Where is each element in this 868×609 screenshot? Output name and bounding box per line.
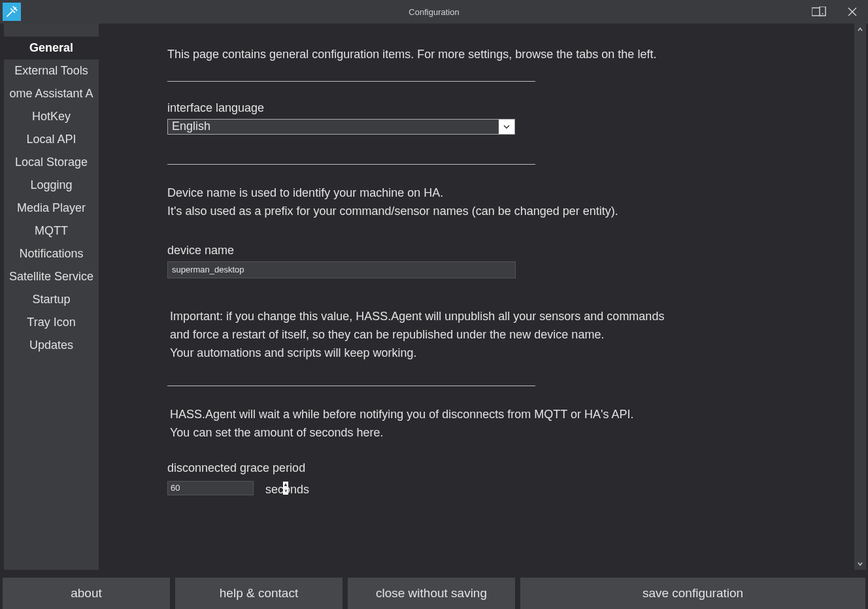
window-title: Configuration (0, 7, 868, 17)
sidebar-item-local-storage[interactable]: Local Storage (4, 151, 99, 174)
sidebar-item-updates[interactable]: Updates (4, 334, 99, 357)
sidebar-item-notifications[interactable]: Notifications (4, 242, 99, 265)
intro-text: This page contains general configuration… (167, 46, 848, 63)
device-name-label: device name (167, 244, 848, 257)
disconnect-description: HASS.Agent will wait a while before noti… (167, 406, 848, 442)
chevron-down-icon[interactable] (499, 120, 514, 134)
content-panel: This page contains general configuration… (99, 24, 868, 570)
grace-period-input[interactable]: ▲ ▼ (167, 481, 254, 495)
sidebar-item-satellite-service[interactable]: Satellite Service (4, 265, 99, 288)
sidebar-item-general[interactable]: General (4, 37, 99, 59)
save-configuration-button[interactable]: save configuration (520, 578, 865, 609)
sidebar-item-local-api[interactable]: Local API (4, 128, 99, 151)
sidebar-item-home-assistant-api[interactable]: ome Assistant A (4, 82, 99, 105)
grace-period-label: disconnected grace period (167, 461, 848, 475)
divider (167, 386, 535, 386)
important-note: Important: if you change this value, HAS… (167, 308, 848, 363)
svg-point-2 (822, 13, 824, 14)
device-name-input[interactable] (167, 261, 516, 278)
sidebar-item-hotkey[interactable]: HotKey (4, 105, 99, 128)
language-label: interface language (167, 101, 848, 115)
close-icon[interactable] (842, 1, 863, 22)
language-combo[interactable]: English (167, 119, 515, 135)
device-indicator-icon[interactable] (812, 7, 826, 17)
sidebar-item-mqtt[interactable]: MQTT (4, 220, 99, 242)
scroll-down-icon[interactable] (854, 558, 866, 570)
close-without-saving-button[interactable]: close without saving (348, 578, 515, 609)
footer-button-bar: about help & contact close without savin… (3, 578, 865, 609)
divider (167, 81, 535, 82)
sidebar-item-external-tools[interactable]: External Tools (4, 59, 99, 82)
help-contact-button[interactable]: help & contact (175, 578, 342, 609)
scroll-track[interactable] (854, 35, 866, 558)
sidebar-item-tray-icon[interactable]: Tray Icon (4, 311, 99, 334)
app-icon (3, 3, 21, 21)
language-combo-value[interactable]: English (168, 120, 499, 134)
device-name-description: Device name is used to identify your mac… (167, 184, 848, 221)
seconds-label: seconds (265, 479, 309, 497)
sidebar: General External Tools ome Assistant A H… (4, 24, 99, 570)
sidebar-item-startup[interactable]: Startup (4, 288, 99, 311)
scroll-up-icon[interactable] (854, 24, 866, 35)
sidebar-item-media-player[interactable]: Media Player (4, 197, 99, 220)
divider (167, 164, 535, 165)
titlebar: Configuration (0, 0, 868, 24)
scrollbar[interactable] (854, 24, 866, 570)
about-button[interactable]: about (3, 578, 170, 609)
sidebar-item-logging[interactable]: Logging (4, 174, 99, 197)
